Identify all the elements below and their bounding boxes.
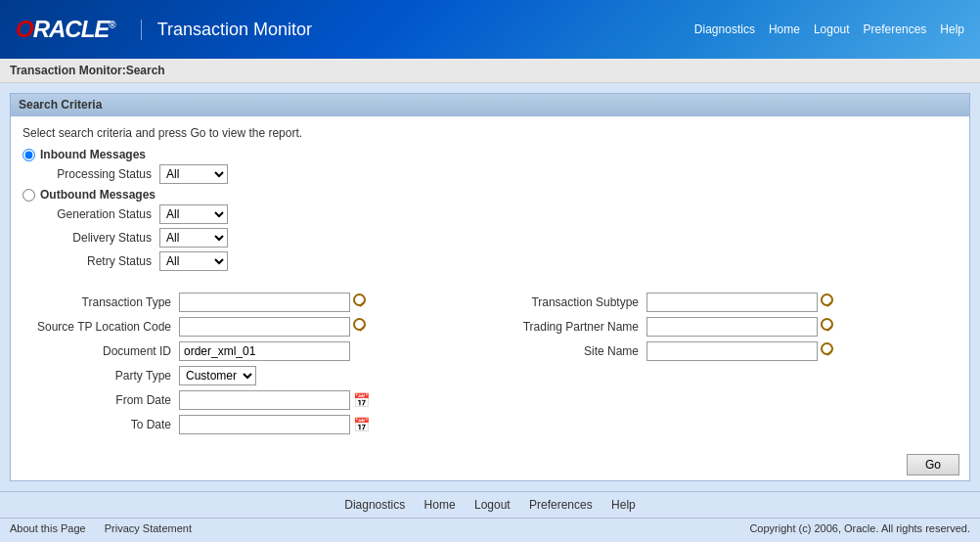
generation-status-row: Generation Status All Success Error Pend…	[42, 204, 958, 224]
source-tp-location-search-icon	[353, 318, 369, 334]
outbound-section: Outbound Messages Generation Status All …	[22, 188, 958, 271]
site-name-search-icon	[821, 342, 836, 358]
footer-nav-preferences[interactable]: Preferences	[529, 498, 593, 512]
transaction-subtype-input[interactable]	[646, 293, 818, 312]
nav-preferences[interactable]: Preferences	[864, 23, 927, 36]
site-name-row: Site Name	[490, 341, 958, 361]
instruction-text: Select search criteria and press Go to v…	[22, 126, 958, 140]
header: ORACLE® Transaction Monitor Diagnostics …	[0, 0, 980, 59]
fields-right: Transaction Subtype Trading Partner Name	[490, 293, 958, 434]
transaction-type-row: Transaction Type	[22, 293, 490, 312]
delivery-status-label: Delivery Status	[42, 231, 159, 245]
footer-nav: Diagnostics Home Logout Preferences Help	[0, 491, 980, 518]
from-date-label: From Date	[22, 393, 179, 407]
nav-help[interactable]: Help	[940, 23, 964, 36]
trading-partner-name-label: Trading Partner Name	[490, 320, 646, 334]
source-tp-location-label: Source TP Location Code	[22, 320, 179, 334]
breadcrumb: Transaction Monitor:Search	[0, 59, 980, 83]
delivery-status-row: Delivery Status All Success Error Pendin…	[42, 228, 958, 248]
transaction-type-label: Transaction Type	[22, 295, 179, 309]
site-name-search-button[interactable]	[821, 342, 836, 361]
search-criteria-box: Search Criteria Select search criteria a…	[10, 93, 970, 481]
processing-status-select[interactable]: All Success Error Pending	[159, 164, 228, 184]
section-divider	[22, 275, 958, 285]
app-title: Transaction Monitor	[141, 20, 312, 40]
go-button[interactable]: Go	[907, 454, 959, 475]
fields-section: Transaction Type Source TP Location Code	[22, 293, 958, 434]
breadcrumb-text: Transaction Monitor:Search	[10, 64, 165, 77]
transaction-subtype-label: Transaction Subtype	[490, 295, 646, 309]
go-button-row: Go	[11, 444, 969, 480]
retry-status-select[interactable]: All Success Error Pending	[159, 251, 228, 271]
inbound-radio-row: Inbound Messages	[22, 148, 958, 161]
footer-nav-diagnostics[interactable]: Diagnostics	[344, 498, 405, 512]
to-date-input[interactable]	[179, 415, 350, 434]
to-date-calendar-icon: 📅	[353, 417, 370, 432]
trading-partner-name-row: Trading Partner Name	[490, 317, 958, 337]
from-date-calendar-button[interactable]: 📅	[353, 392, 370, 408]
header-nav: Diagnostics Home Logout Preferences Help	[694, 23, 964, 36]
nav-logout[interactable]: Logout	[814, 23, 850, 36]
outbound-label: Outbound Messages	[40, 188, 156, 202]
oracle-logo: ORACLE®	[16, 16, 115, 43]
trading-partner-name-search-icon	[821, 318, 836, 334]
site-name-input[interactable]	[646, 341, 818, 361]
from-date-calendar-icon: 📅	[353, 392, 370, 408]
nav-home[interactable]: Home	[769, 23, 800, 36]
about-link[interactable]: About this Page	[10, 522, 86, 534]
document-id-row: Document ID	[22, 341, 490, 361]
search-criteria-title: Search Criteria	[19, 98, 102, 112]
privacy-link[interactable]: Privacy Statement	[105, 522, 192, 534]
inbound-radio[interactable]	[22, 149, 35, 161]
to-date-row: To Date 📅	[22, 415, 490, 434]
to-date-calendar-button[interactable]: 📅	[353, 417, 370, 432]
inbound-section: Inbound Messages Processing Status All S…	[22, 148, 958, 184]
source-tp-location-input[interactable]	[179, 317, 350, 337]
fields-left: Transaction Type Source TP Location Code	[22, 293, 490, 434]
from-date-row: From Date 📅	[22, 390, 490, 410]
delivery-status-select[interactable]: All Success Error Pending	[159, 228, 228, 248]
search-criteria-body: Select search criteria and press Go to v…	[11, 116, 969, 444]
search-criteria-header: Search Criteria	[11, 94, 969, 116]
trading-partner-name-input[interactable]	[646, 317, 818, 337]
transaction-type-search-icon	[353, 294, 369, 309]
main-content: Search Criteria Select search criteria a…	[0, 83, 980, 491]
site-name-label: Site Name	[490, 344, 646, 358]
outbound-radio-row: Outbound Messages	[22, 188, 958, 202]
party-type-label: Party Type	[22, 369, 179, 383]
processing-status-row: Processing Status All Success Error Pend…	[42, 164, 958, 184]
transaction-subtype-search-button[interactable]	[821, 294, 836, 312]
source-tp-location-row: Source TP Location Code	[22, 317, 490, 337]
footer-bottom: About this Page Privacy Statement Copyri…	[0, 518, 980, 538]
transaction-type-search-button[interactable]	[353, 294, 369, 312]
to-date-label: To Date	[22, 418, 179, 431]
retry-status-label: Retry Status	[42, 254, 159, 268]
source-tp-location-search-button[interactable]	[353, 318, 369, 337]
footer-links: About this Page Privacy Statement	[10, 522, 207, 534]
party-type-row: Party Type Customer Supplier Both	[22, 366, 490, 385]
inbound-label: Inbound Messages	[40, 148, 146, 161]
transaction-type-input[interactable]	[179, 293, 350, 312]
header-left: ORACLE® Transaction Monitor	[16, 16, 312, 43]
transaction-subtype-row: Transaction Subtype	[490, 293, 958, 312]
transaction-subtype-search-icon	[821, 294, 836, 309]
nav-diagnostics[interactable]: Diagnostics	[694, 23, 755, 36]
document-id-label: Document ID	[22, 344, 179, 358]
trading-partner-name-search-button[interactable]	[821, 318, 836, 337]
generation-status-label: Generation Status	[42, 207, 159, 221]
outbound-radio[interactable]	[22, 189, 35, 202]
retry-status-row: Retry Status All Success Error Pending	[42, 251, 958, 271]
copyright-text: Copyright (c) 2006, Oracle. All rights r…	[749, 522, 970, 534]
from-date-input[interactable]	[179, 390, 350, 410]
footer-nav-help[interactable]: Help	[611, 498, 636, 512]
generation-status-select[interactable]: All Success Error Pending	[159, 204, 228, 224]
party-type-select[interactable]: Customer Supplier Both	[179, 366, 256, 385]
document-id-input[interactable]	[179, 341, 350, 361]
footer-nav-logout[interactable]: Logout	[474, 498, 511, 512]
footer-nav-home[interactable]: Home	[424, 498, 456, 512]
processing-status-label: Processing Status	[42, 167, 159, 181]
